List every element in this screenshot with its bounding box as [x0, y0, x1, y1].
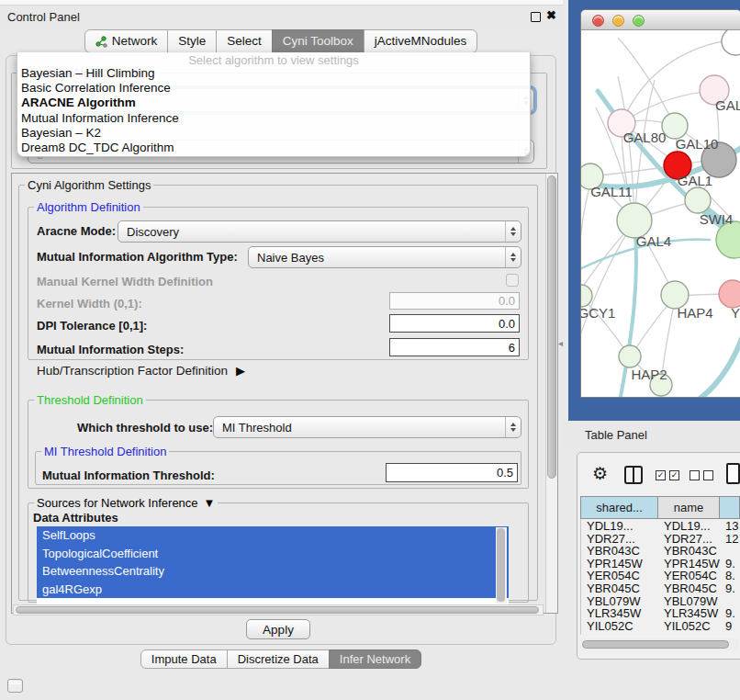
- mi-type-label: Mutual Information Algorithm Type:: [37, 250, 238, 264]
- table-row[interactable]: YBR045CYBR045C9.: [581, 581, 740, 594]
- mi-type-combo[interactable]: Naive Bayes: [248, 246, 521, 268]
- close-traffic-light-icon[interactable]: [592, 15, 604, 27]
- node-label: GAL11: [590, 184, 633, 199]
- dpi-tolerance-label: DPI Tolerance [0,1]:: [37, 319, 147, 333]
- table-row[interactable]: YPR145WYPR145W9.: [581, 557, 740, 570]
- table-row[interactable]: YDL19...YDL19...13: [581, 519, 740, 532]
- column-layout-icon[interactable]: [624, 466, 643, 484]
- tab-discretize-data[interactable]: Discretize Data: [227, 649, 330, 669]
- data-attributes-list[interactable]: SelfLoops TopologicalCoefficient Between…: [37, 526, 509, 604]
- tab-impute-data-label: Impute Data: [151, 650, 217, 668]
- tab-select[interactable]: Select: [216, 29, 273, 53]
- attribute-item[interactable]: SelfLoops: [37, 526, 509, 545]
- node-label: Y: [731, 305, 740, 321]
- node-label: GAL4: [636, 233, 671, 249]
- scrollbar-thumb[interactable]: [16, 606, 539, 614]
- scrollbar-thumb[interactable]: [497, 528, 505, 602]
- checked-checkbox-icon[interactable]: ✓: [656, 470, 666, 480]
- table-row[interactable]: YBR043CYBR043C: [581, 544, 740, 557]
- apply-button[interactable]: Apply: [246, 619, 310, 639]
- column-header-label: name: [674, 501, 704, 514]
- splitter-collapse-icon[interactable]: ◂: [558, 338, 563, 348]
- algorithm-option[interactable]: Bayesian – K2: [17, 126, 530, 141]
- attribute-item[interactable]: gal4RGexp: [37, 581, 509, 599]
- column-header-clipped[interactable]: [719, 496, 740, 519]
- tab-infer-network-label: Infer Network: [340, 650, 410, 668]
- scrollbar-thumb[interactable]: [547, 175, 556, 479]
- node-label: GCY1: [581, 305, 615, 321]
- document-icon[interactable]: [726, 463, 740, 484]
- table-row[interactable]: YLR345WYLR345W9.: [581, 606, 740, 619]
- mi-threshold-field[interactable]: [386, 463, 518, 482]
- column-header-shared-name[interactable]: shared...: [580, 496, 658, 519]
- aracne-mode-combo[interactable]: Discovery: [118, 220, 521, 243]
- node-table[interactable]: YDL19...YDL19...13 YDR27...YDR27...12 YB…: [580, 519, 740, 635]
- node-label: HAP2: [631, 367, 667, 382]
- threshold-definition-title: Threshold Definition: [34, 393, 146, 407]
- attribute-item[interactable]: TopologicalCoefficient: [37, 545, 509, 563]
- mi-steps-label: Mutual Information Steps:: [37, 343, 184, 356]
- kernel-width-field[interactable]: [389, 292, 520, 310]
- tab-style[interactable]: Style: [167, 29, 217, 53]
- dpi-tolerance-field[interactable]: [389, 314, 520, 333]
- network-icon: [95, 36, 107, 48]
- network-view-window[interactable]: GAL GAL80 GAL10 GAL1 GAL11 SWI4 GAL4 GCY…: [580, 9, 740, 398]
- table-row[interactable]: YIL052CYIL052C9: [581, 619, 740, 632]
- node-label: GAL: [715, 97, 740, 113]
- attribute-item[interactable]: BetweennessCentrality: [37, 562, 509, 581]
- settings-vertical-scrollbar[interactable]: [545, 174, 557, 613]
- expander-arrow-icon: ▶: [236, 364, 245, 378]
- table-horizontal-scrollbar[interactable]: [580, 638, 738, 650]
- algorithm-option[interactable]: Bayesian – Hill Climbing: [17, 66, 530, 81]
- unchecked-checkbox-icon[interactable]: [690, 470, 700, 480]
- hub-definition-label: Hub/Transcription Factor Definition: [37, 364, 228, 378]
- aracne-mode-label: Aracne Mode:: [37, 224, 116, 238]
- table-panel-titlebar: Table Panel: [563, 421, 740, 448]
- algorithm-option-selected[interactable]: ARACNE Algorithm: [17, 96, 530, 110]
- algorithm-option[interactable]: Mutual Information Inference: [17, 111, 530, 126]
- zoom-traffic-light-icon[interactable]: [633, 15, 645, 27]
- unchecked-checkbox-icon[interactable]: [703, 470, 713, 480]
- app-screen: Control Panel ✖ Network Style Select Cyn…: [0, 0, 740, 700]
- tab-network[interactable]: Network: [84, 29, 169, 53]
- mi-steps-field[interactable]: [389, 338, 520, 356]
- scrollbar-thumb[interactable]: [582, 640, 729, 649]
- bottom-tabbar: Impute Data Discretize Data Infer Networ…: [0, 649, 563, 669]
- node-swi4: [685, 187, 711, 213]
- float-window-icon[interactable]: [531, 12, 541, 22]
- table-row[interactable]: YER054CYER054C8.: [581, 569, 740, 581]
- table-row[interactable]: YDR27...YDR27...12: [581, 532, 740, 545]
- minimize-traffic-light-icon[interactable]: [612, 15, 624, 27]
- network-window-titlebar[interactable]: [581, 10, 740, 30]
- node-label: HAP4: [677, 305, 712, 321]
- sources-group-title[interactable]: Sources for Network Inference ▼: [34, 496, 218, 510]
- combo-spinner-icon: [505, 221, 521, 242]
- checked-checkbox-icon[interactable]: ✓: [669, 470, 679, 480]
- cyni-algorithm-settings-title: Cyni Algorithm Settings: [25, 178, 153, 192]
- tab-jactivemnodules[interactable]: jActiveMNodules: [364, 29, 478, 53]
- tab-cyni-toolbox[interactable]: Cyni Toolbox: [272, 29, 364, 53]
- manual-kernel-label: Manual Kernel Width Definition: [37, 275, 213, 288]
- hub-definition-expander[interactable]: Hub/Transcription Factor Definition ▶: [37, 364, 245, 378]
- tab-jactivemnodules-label: jActiveMNodules: [375, 30, 467, 52]
- close-icon[interactable]: ✖: [546, 8, 556, 22]
- table-row[interactable]: YBL079WYBL079W: [581, 594, 740, 607]
- column-header-name[interactable]: name: [657, 496, 720, 519]
- column-header-label: shared...: [596, 501, 643, 514]
- control-panel-tabbar: Network Style Select Cyni Toolbox jActiv…: [0, 29, 563, 54]
- network-canvas[interactable]: GAL GAL80 GAL10 GAL1 GAL11 SWI4 GAL4 GCY…: [581, 30, 740, 398]
- mi-type-value: Naive Bayes: [257, 251, 324, 265]
- manual-kernel-checkbox[interactable]: [506, 274, 519, 287]
- algorithm-dropdown-popup: Select algorithm to view settings Bayesi…: [17, 52, 531, 157]
- algorithm-option[interactable]: Basic Correlation Inference: [17, 81, 530, 96]
- attributes-list-scrollbar[interactable]: [496, 527, 507, 604]
- settings-horizontal-scrollbar[interactable]: [13, 604, 544, 615]
- tab-infer-network[interactable]: Infer Network: [329, 649, 421, 669]
- which-threshold-combo[interactable]: MI Threshold: [213, 416, 521, 438]
- tab-cyni-toolbox-label: Cyni Toolbox: [283, 30, 353, 52]
- minimized-panel-icon[interactable]: [7, 679, 23, 693]
- gear-icon[interactable]: ⚙: [592, 463, 608, 484]
- algorithm-option[interactable]: Dream8 DC_TDC Algorithm: [17, 141, 530, 155]
- node-gcy1: [581, 285, 592, 307]
- tab-impute-data[interactable]: Impute Data: [140, 649, 228, 669]
